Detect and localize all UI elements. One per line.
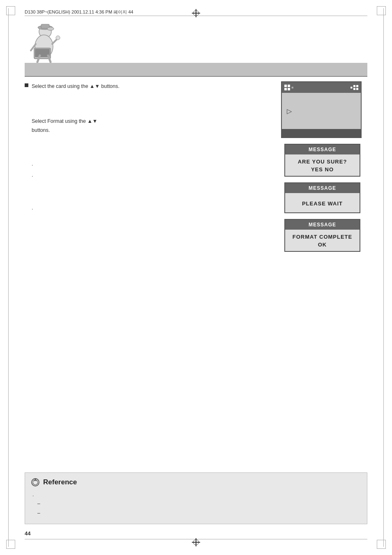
step-2-text: Select Format using the ▲▼buttons. [32, 117, 97, 135]
screen-arrow: ▷ [287, 107, 292, 115]
step-1-text: Select the card using the ▲▼ buttons. [32, 82, 120, 91]
reference-header: Reference [31, 478, 360, 487]
corner-mark-tr [377, 6, 386, 15]
screen-icon-right [353, 85, 358, 90]
svg-rect-15 [288, 88, 290, 90]
screen-1-header: ■ ■ [282, 82, 361, 93]
banner-underline [25, 76, 367, 77]
right-column: ■ ■ ▷ MESSAGE ARE YOU SURE? YES NO [281, 81, 367, 252]
corner-mark-tl [6, 6, 15, 15]
screen-icon-left [284, 85, 290, 90]
title-banner [25, 63, 367, 76]
screen-1: ■ ■ ▷ [281, 81, 362, 138]
message-1-line2: YES NO [285, 166, 360, 173]
svg-rect-13 [288, 85, 290, 87]
reference-icon [31, 478, 40, 487]
message-3-line1: FORMAT COMPLETE [285, 234, 360, 240]
message-1-header: MESSAGE [285, 145, 360, 154]
page-number: 44 [25, 530, 30, 537]
message-box-3: MESSAGE FORMAT COMPLETE OK [284, 219, 360, 252]
svg-point-9 [56, 36, 60, 40]
message-box-2: MESSAGE PLEASE WAIT [284, 182, 360, 213]
character-illustration [23, 23, 72, 64]
svg-rect-12 [284, 85, 287, 87]
svg-rect-14 [284, 88, 287, 90]
screen-icon-right1: ■ [350, 85, 353, 90]
step-4-text: . [25, 205, 181, 211]
svg-rect-19 [356, 88, 358, 90]
message-2-body: PLEASE WAIT [285, 193, 360, 212]
step-2: Select Format using the ▲▼buttons. [25, 117, 181, 135]
corner-mark-br [377, 540, 386, 549]
message-3-header: MESSAGE [285, 220, 360, 230]
bullet-2-space [25, 118, 28, 122]
ref-line-3: – [32, 509, 360, 518]
screen-dots: ■ [291, 85, 293, 90]
message-box-1: MESSAGE ARE YOU SURE? YES NO [284, 144, 360, 177]
step-3: .. [25, 159, 181, 181]
ref-line-1: . [32, 490, 360, 500]
step-1: Select the card using the ▲▼ buttons. [25, 82, 181, 91]
svg-line-8 [52, 39, 57, 44]
svg-rect-16 [353, 85, 355, 87]
step-3-text: .. [25, 159, 181, 181]
message-1-line1: ARE YOU SURE? [285, 159, 360, 165]
screen-1-body: ▷ [282, 93, 361, 129]
left-column: Select the card using the ▲▼ buttons. Se… [25, 82, 181, 219]
message-2-line1: PLEASE WAIT [285, 200, 360, 207]
bullet-1 [25, 83, 28, 87]
reference-content: . – – [31, 490, 360, 518]
message-2-header: MESSAGE [285, 183, 360, 193]
ref-line-2: – [32, 499, 360, 509]
border-left [8, 8, 9, 547]
message-1-body: ARE YOU SURE? YES NO [285, 154, 360, 176]
step-4: . [25, 205, 181, 211]
border-right [383, 8, 384, 547]
reg-mark-top [192, 9, 200, 18]
reference-section: Reference . – – [25, 472, 367, 524]
message-3-body: FORMAT COMPLETE OK [285, 230, 360, 251]
reg-mark-bottom [192, 538, 200, 548]
svg-rect-17 [356, 85, 358, 87]
screen-1-footer [282, 129, 361, 137]
reference-title: Reference [43, 478, 77, 486]
page-header: D130 38P~(ENGLISH) 2001.12.11 4:36 PM 페이… [25, 9, 133, 15]
corner-mark-bl [6, 540, 15, 549]
svg-point-22 [35, 479, 36, 480]
svg-point-3 [47, 27, 54, 30]
svg-rect-18 [353, 88, 355, 90]
message-3-line2: OK [285, 242, 360, 248]
